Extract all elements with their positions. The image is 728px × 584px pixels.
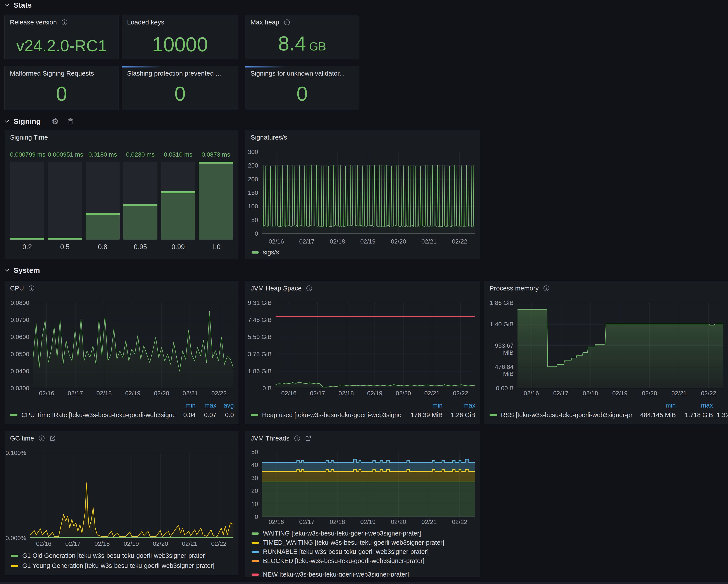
time-series-plot[interactable] (33, 303, 233, 388)
y-tick-label: 0 (245, 513, 258, 520)
stat-panel-header[interactable]: Max heap (251, 19, 290, 26)
info-icon[interactable] (543, 285, 550, 291)
legend-series-label[interactable]: BLOCKED [teku-w3s-besu-teku-goerli-web3s… (263, 557, 424, 564)
legend-series-label[interactable]: RSS [teku-w3s-besu-teku-goerli-web3signe… (501, 411, 632, 419)
legend-stat-value: 0.07 (196, 411, 216, 419)
legend-series[interactable]: Heap used [teku-w3s-besu-teku-goerli-web… (251, 411, 401, 419)
grafana-dashboard: Stats Signing ⚙ System Release versionv2… (0, 0, 728, 584)
legend-item[interactable]: sigs/s (252, 249, 279, 256)
legend-series-label[interactable]: CPU Time IRate [teku-w3s-besu-teku-goerl… (21, 411, 175, 419)
y-tick-label: 200 (245, 176, 258, 183)
legend-series-color[interactable] (252, 560, 259, 562)
time-series-plot[interactable] (262, 452, 475, 517)
legend-series-color[interactable] (10, 414, 18, 416)
info-icon[interactable] (28, 285, 35, 291)
legend-series-label[interactable]: WAITING [teku-w3s-besu-teku-goerli-web3s… (263, 530, 421, 537)
legend-series[interactable]: RSS [teku-w3s-besu-teku-goerli-web3signe… (490, 411, 632, 419)
time-series-plot[interactable] (518, 303, 723, 388)
x-tick-label: 02/22 (444, 518, 475, 526)
trash-icon[interactable] (68, 118, 74, 125)
legend-stat-header[interactable]: avg (713, 402, 728, 409)
legend-series-label[interactable]: NEW [teku-w3s-besu-teku-goerli-web3signe… (263, 571, 409, 577)
legend-series-label[interactable]: G1 Old Generation [teku-w3s-besu-teku-go… (22, 552, 207, 559)
legend-stat-header[interactable]: min (175, 402, 196, 409)
legend-series-color[interactable] (490, 414, 497, 416)
legend-series-color[interactable] (252, 251, 259, 254)
external-link-icon[interactable] (305, 435, 311, 441)
stat-panel-header[interactable]: Malformed Signing Requests (10, 70, 94, 77)
legend-item[interactable]: WAITING [teku-w3s-besu-teku-goerli-web3s… (252, 530, 421, 537)
legend-stat-header[interactable]: max (196, 402, 216, 409)
bar-fill (161, 191, 195, 239)
legend-stat-header[interactable]: min (632, 402, 676, 409)
section-header-stats[interactable]: Stats (4, 1, 32, 9)
legend-stat-header[interactable]: max (676, 402, 713, 409)
stat-panel-header[interactable]: Release version (10, 19, 68, 26)
section-header-system[interactable]: System (4, 266, 40, 275)
bar-gauge[interactable]: 0.000799 ms0.20.000951 ms0.50.0180 ms0.8… (10, 151, 233, 255)
chart-panel-signatures: Signatures/s30025020015010050002/1602/17… (245, 130, 480, 259)
x-tick-label: 02/18 (575, 390, 606, 397)
x-tick-label: 02/21 (414, 518, 444, 526)
legend-stat-header[interactable]: max (443, 402, 475, 409)
legend-series-color[interactable] (252, 551, 259, 553)
info-icon[interactable] (294, 435, 301, 441)
chart-panel-header[interactable]: JVM Heap Space (251, 285, 312, 292)
chart-panel-title: Signing Time (10, 134, 48, 141)
y-tick-label: 0.0500 (5, 351, 29, 358)
legend-series-color[interactable] (11, 565, 18, 567)
legend-stat-header[interactable]: avg (216, 402, 234, 409)
legend-series-color[interactable] (251, 414, 258, 416)
chart-panel-header[interactable]: JVM Threads (251, 435, 311, 442)
legend-item[interactable]: BLOCKED [teku-w3s-besu-teku-goerli-web3s… (252, 557, 424, 564)
y-tick-label: 1.86 GiB (484, 299, 514, 306)
bar-fill (48, 237, 82, 239)
legend-item[interactable]: NEW [teku-w3s-besu-teku-goerli-web3signe… (252, 571, 409, 577)
chart-panel-cpu: CPU0.08000.07000.06000.05000.04000.03000… (5, 281, 238, 424)
section-header-signing[interactable]: Signing ⚙ (4, 117, 74, 126)
external-link-icon[interactable] (49, 435, 56, 441)
legend-series[interactable]: CPU Time IRate [teku-w3s-besu-teku-goerl… (10, 411, 175, 419)
x-tick-label: 02/20 (383, 518, 414, 526)
legend-series-label[interactable]: RUNNABLE [teku-w3s-besu-teku-goerli-web3… (263, 548, 428, 555)
info-icon[interactable] (38, 435, 45, 441)
time-series-plot[interactable] (262, 152, 475, 234)
time-series-plot[interactable] (276, 303, 475, 388)
time-series-plot[interactable] (30, 453, 233, 538)
bar-track (10, 161, 44, 239)
legend-series-color[interactable] (11, 555, 18, 557)
legend-item[interactable]: G1 Old Generation [teku-w3s-besu-teku-go… (11, 552, 207, 559)
legend-series-color[interactable] (252, 542, 259, 544)
legend-series-label[interactable]: TIMED_WAITING [teku-w3s-besu-teku-goerli… (263, 539, 444, 546)
bar-category-label: 0.5 (48, 239, 82, 255)
legend-series-label[interactable]: G1 Young Generation [teku-w3s-besu-teku-… (22, 562, 214, 569)
legend-stat-header[interactable]: min (401, 402, 443, 409)
legend-row: Heap used [teku-w3s-besu-teku-goerli-web… (251, 410, 475, 420)
chart-panel-header[interactable]: GC time (10, 435, 56, 442)
legend-item[interactable]: RUNNABLE [teku-w3s-besu-teku-goerli-web3… (252, 548, 428, 555)
legend-series-label[interactable]: sigs/s (263, 249, 279, 256)
stat-panel-title: Release version (10, 19, 57, 26)
legend-row: RSS [teku-w3s-besu-teku-goerli-web3signe… (490, 410, 728, 420)
info-icon[interactable] (306, 285, 312, 291)
chart-panel-header[interactable]: Signatures/s (251, 134, 287, 141)
stat-panel-header[interactable]: Slashing protection prevented ... (127, 70, 221, 77)
legend-series-color[interactable] (252, 574, 259, 576)
legend-item[interactable]: G1 Young Generation [teku-w3s-besu-teku-… (11, 562, 214, 569)
y-tick-label: 250 (245, 162, 258, 169)
gear-icon[interactable]: ⚙ (52, 118, 59, 125)
chart-panel-header[interactable]: CPU (10, 285, 35, 292)
stat-panel-header[interactable]: Signings for unknown validator... (251, 70, 345, 77)
bar-fill-cap (199, 161, 233, 163)
chart-panel-header[interactable]: Process memory (490, 285, 550, 292)
stat-panel-header[interactable]: Loaded keys (127, 19, 164, 26)
y-tick-label: 5.59 GiB (245, 333, 271, 340)
y-tick-label: 953.67 MiB (484, 342, 514, 356)
legend-series-label[interactable]: Heap used [teku-w3s-besu-teku-goerli-web… (262, 411, 401, 419)
info-icon[interactable] (284, 19, 290, 26)
legend-stat-value: 1.718 GiB (676, 411, 713, 419)
legend-item[interactable]: TIMED_WAITING [teku-w3s-besu-teku-goerli… (252, 539, 444, 546)
legend-series-color[interactable] (252, 532, 259, 535)
chart-panel-header[interactable]: Signing Time (10, 134, 48, 141)
info-icon[interactable] (61, 19, 68, 26)
